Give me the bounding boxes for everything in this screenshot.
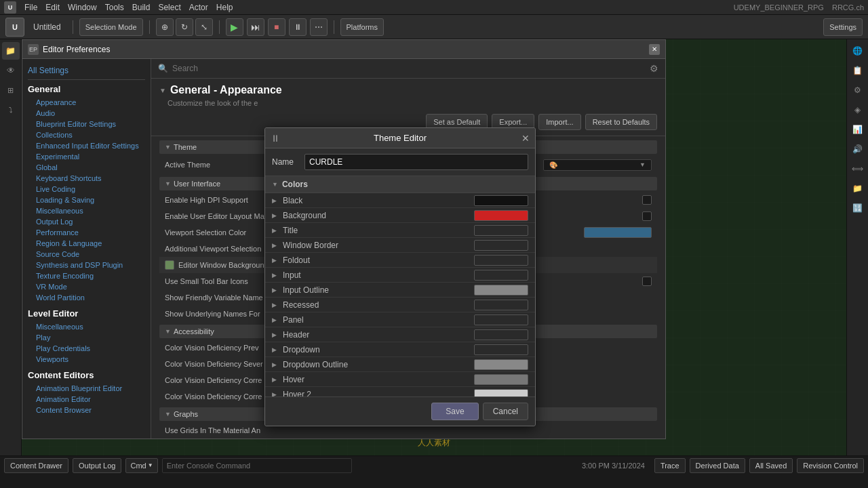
more-options-btn[interactable]: ⋯ <box>310 18 328 36</box>
graphs-chevron-icon: ▼ <box>165 411 171 418</box>
nav-play-credentials[interactable]: Play Credentials <box>28 343 145 354</box>
settings-btn[interactable]: Settings <box>823 18 863 36</box>
ui-row-3-color[interactable] <box>584 227 652 238</box>
menu-select[interactable]: Select <box>158 3 180 12</box>
menu-help[interactable]: Help <box>216 3 233 12</box>
menu-build[interactable]: Build <box>132 3 151 12</box>
import-btn[interactable]: Import... <box>538 114 580 130</box>
editor-prefs-tab[interactable]: Editor Preferences <box>43 45 645 54</box>
search-input[interactable] <box>172 64 646 73</box>
nav-content-browser[interactable]: Content Browser <box>28 405 145 415</box>
right-icon-9[interactable]: 🔢 <box>849 199 867 217</box>
trace-btn[interactable]: Trace <box>654 458 686 473</box>
revision-control-btn[interactable]: Revision Control <box>797 458 864 473</box>
nav-level-misc[interactable]: Miscellaneous <box>28 321 145 332</box>
transform-btn-2[interactable]: ↻ <box>176 18 193 36</box>
menu-file[interactable]: File <box>24 3 37 12</box>
right-icon-5[interactable]: 📊 <box>849 121 867 138</box>
nav-icon[interactable]: ⤵ <box>2 101 20 119</box>
nav-world-partition[interactable]: World Partition <box>28 292 145 303</box>
theme-editor-close-btn[interactable]: ✕ <box>521 133 530 144</box>
menu-actor[interactable]: Actor <box>189 3 208 12</box>
nav-loading-saving[interactable]: Loading & Saving <box>28 195 145 205</box>
content-drawer-btn[interactable]: Content Drawer <box>4 458 68 473</box>
nav-miscellaneous[interactable]: Miscellaneous <box>28 205 145 216</box>
color-row-panel[interactable]: ▶ Panel <box>265 312 535 327</box>
nav-enhanced-input[interactable]: Enhanced Input Editor Settings <box>28 140 145 151</box>
nav-source-code[interactable]: Source Code <box>28 249 145 260</box>
eye-icon[interactable]: 👁 <box>2 62 20 79</box>
color-row-hover[interactable]: ▶ Hover <box>265 372 535 387</box>
output-log-btn[interactable]: Output Log <box>73 458 121 473</box>
color-row-foldout[interactable]: ▶ Foldout <box>265 253 535 268</box>
color-row-hover2[interactable]: ▶ Hover 2 <box>265 387 535 396</box>
nav-viewports[interactable]: Viewports <box>28 354 145 365</box>
nav-texture-encoding[interactable]: Texture Encoding <box>28 270 145 281</box>
search-settings-icon[interactable]: ⚙ <box>650 63 658 74</box>
cancel-btn[interactable]: Cancel <box>483 403 528 420</box>
play-btn[interactable]: ▶ <box>226 18 243 36</box>
color-row-black[interactable]: ▶ Black <box>265 193 535 208</box>
derived-data-btn[interactable]: Derived Data <box>690 458 745 473</box>
right-icon-6[interactable]: 🔊 <box>849 140 867 158</box>
nav-live-coding[interactable]: Live Coding <box>28 184 145 195</box>
editor-prefs-close-btn[interactable]: ✕ <box>649 44 660 55</box>
all-saved-btn[interactable]: All Saved <box>749 458 793 473</box>
save-btn[interactable]: Save <box>431 403 478 420</box>
nav-anim-blueprint[interactable]: Animation Blueprint Editor <box>28 383 145 394</box>
menu-edit[interactable]: Edit <box>45 3 60 12</box>
all-settings-link[interactable]: All Settings <box>28 64 145 80</box>
theme-name-input[interactable] <box>304 154 528 170</box>
color-row-title[interactable]: ▶ Title <box>265 223 535 238</box>
grid-icon[interactable]: ⊞ <box>2 81 20 99</box>
stop-btn[interactable]: ■ <box>268 18 285 36</box>
right-icon-7[interactable]: ⟺ <box>849 160 867 178</box>
ui-row-2-checkbox[interactable] <box>642 211 652 221</box>
menu-tools[interactable]: Tools <box>105 3 124 12</box>
nav-experimental[interactable]: Experimental <box>28 151 145 162</box>
color-row-window-border[interactable]: ▶ Window Border <box>265 238 535 253</box>
color-row-input[interactable]: ▶ Input <box>265 268 535 283</box>
right-icon-1[interactable]: 🌐 <box>849 42 867 60</box>
right-icon-2[interactable]: 📋 <box>849 62 867 79</box>
nav-anim-editor[interactable]: Animation Editor <box>28 394 145 405</box>
active-theme-value[interactable]: 🎨 ▼ <box>543 159 652 171</box>
nav-synthesis-dsp[interactable]: Synthesis and DSP Plugin <box>28 260 145 270</box>
color-row-recessed[interactable]: ▶ Recessed <box>265 298 535 312</box>
color-row-background[interactable]: ▶ Background <box>265 208 535 223</box>
color-row-dropdown-outline[interactable]: ▶ Dropdown Outline <box>265 357 535 372</box>
nav-collections[interactable]: Collections <box>28 129 145 140</box>
console-input[interactable] <box>162 458 352 473</box>
colors-section-header[interactable]: ▼ Colors <box>265 176 535 193</box>
pause-btn[interactable]: ⏸ <box>289 18 307 36</box>
nav-vr-mode[interactable]: VR Mode <box>28 281 145 292</box>
right-icon-8[interactable]: 📁 <box>849 180 867 197</box>
menu-window[interactable]: Window <box>68 3 97 12</box>
app-icon-btn[interactable]: U <box>5 18 24 37</box>
nav-global[interactable]: Global <box>28 162 145 173</box>
transform-btn-1[interactable]: ⊕ <box>156 18 174 36</box>
nav-region-language[interactable]: Region & Language <box>28 238 145 249</box>
color-row-header[interactable]: ▶ Header <box>265 327 535 342</box>
selection-mode-btn[interactable]: Selection Mode <box>79 18 143 36</box>
cmd-dropdown[interactable]: Cmd ▼ <box>125 458 157 473</box>
ui-row-6-checkbox[interactable] <box>642 277 652 286</box>
color-row-input-outline[interactable]: ▶ Input Outline <box>265 283 535 298</box>
nav-performance[interactable]: Performance <box>28 227 145 238</box>
transform-btn-3[interactable]: ⤡ <box>195 18 213 36</box>
step-btn[interactable]: ⏭ <box>247 18 264 36</box>
right-icon-3[interactable]: ⚙ <box>849 81 867 99</box>
ui-row-1-checkbox[interactable] <box>642 195 652 205</box>
nav-blueprint-editor[interactable]: Blueprint Editor Settings <box>28 119 145 129</box>
reset-to-defaults-btn[interactable]: Reset to Defaults <box>585 114 657 130</box>
nav-audio[interactable]: Audio <box>28 108 145 119</box>
color-row-dropdown[interactable]: ▶ Dropdown <box>265 342 535 357</box>
color-arrow-window-border: ▶ <box>272 242 279 249</box>
right-icon-4[interactable]: ◈ <box>849 101 867 119</box>
platforms-btn[interactable]: Platforms <box>340 18 384 36</box>
nav-play[interactable]: Play <box>28 332 145 343</box>
content-icon[interactable]: 📁 <box>2 42 20 60</box>
nav-output-log[interactable]: Output Log <box>28 216 145 227</box>
nav-keyboard-shortcuts[interactable]: Keyboard Shortcuts <box>28 173 145 184</box>
nav-appearance[interactable]: Appearance <box>28 97 145 108</box>
